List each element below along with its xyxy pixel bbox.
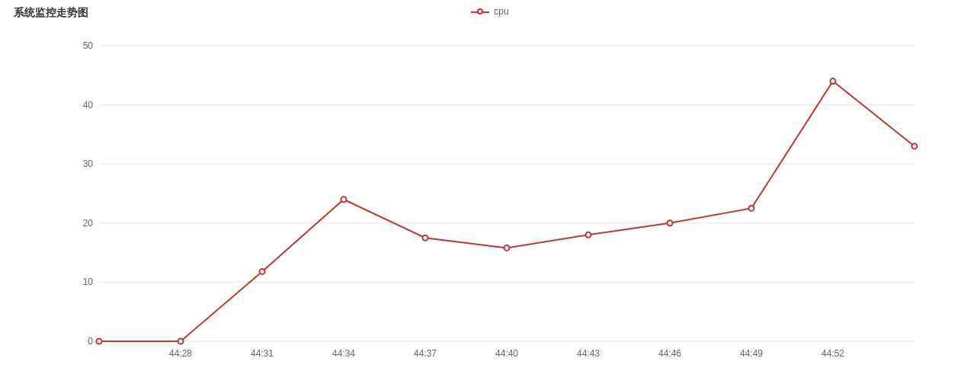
svg-text:20: 20 <box>83 218 94 229</box>
svg-text:44:34: 44:34 <box>332 348 355 359</box>
data-point[interactable] <box>668 220 673 225</box>
svg-text:44:37: 44:37 <box>414 348 437 359</box>
y-axis: 01020304050 <box>83 40 94 347</box>
svg-text:44:43: 44:43 <box>577 348 600 359</box>
svg-text:10: 10 <box>83 277 94 287</box>
svg-text:50: 50 <box>83 40 94 51</box>
svg-text:44:49: 44:49 <box>740 348 763 359</box>
data-point[interactable] <box>504 245 510 251</box>
data-point[interactable] <box>423 235 428 241</box>
series-cpu <box>99 82 914 341</box>
svg-text:40: 40 <box>83 100 94 110</box>
x-axis: 44:2844:3144:3444:3744:4044:4344:4644:49… <box>99 341 914 359</box>
svg-text:44:31: 44:31 <box>251 348 274 359</box>
svg-text:44:52: 44:52 <box>821 348 844 359</box>
svg-text:44:28: 44:28 <box>169 348 192 359</box>
data-point[interactable] <box>178 339 184 344</box>
line-chart[interactable]: 01020304050 44:2844:3144:3444:3744:4044:… <box>0 0 980 387</box>
chart-gridlines <box>99 46 914 341</box>
data-point[interactable] <box>260 269 265 274</box>
svg-text:44:46: 44:46 <box>658 348 681 359</box>
data-point[interactable] <box>831 78 836 84</box>
data-point[interactable] <box>97 339 102 344</box>
plot-area <box>97 78 918 344</box>
svg-text:44:40: 44:40 <box>495 348 518 359</box>
data-point[interactable] <box>749 206 754 211</box>
data-point[interactable] <box>586 232 591 238</box>
data-point[interactable] <box>341 197 347 202</box>
svg-text:30: 30 <box>83 158 94 169</box>
svg-text:0: 0 <box>88 336 93 347</box>
data-point[interactable] <box>912 143 918 149</box>
